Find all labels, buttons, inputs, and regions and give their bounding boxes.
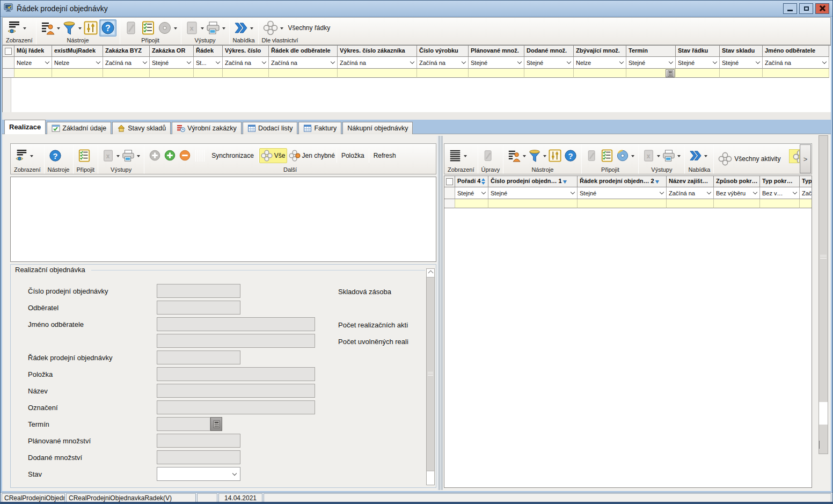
dropdown-arrow-icon[interactable] bbox=[543, 155, 546, 159]
activities-grid-filter-dropdown[interactable]: Bez v… bbox=[760, 187, 800, 199]
top-grid-filter-dropdown[interactable]: Začíná na bbox=[223, 57, 269, 69]
dropdown-arrow-icon[interactable] bbox=[57, 27, 60, 31]
top-grid-column-header[interactable]: Jméno odběratele bbox=[763, 46, 829, 57]
grid-body-empty[interactable] bbox=[3, 78, 831, 112]
top-grid-column-header[interactable]: Řádek dle odběratele bbox=[269, 46, 338, 57]
settings-button[interactable] bbox=[83, 20, 99, 36]
all-activities-button[interactable]: Všechny aktivity bbox=[717, 151, 781, 167]
menu-button[interactable] bbox=[688, 148, 703, 163]
dropdown-arrow-icon[interactable] bbox=[201, 27, 204, 31]
tab-realizace[interactable]: Realizace bbox=[4, 120, 46, 134]
top-grid-filter-input[interactable] bbox=[103, 69, 150, 78]
customer-field[interactable] bbox=[157, 301, 240, 315]
activities-grid-filter-input[interactable] bbox=[667, 199, 714, 208]
tab-vyrobni-zakazky[interactable]: Výrobní zakázky bbox=[172, 122, 242, 134]
top-grid-filter-input[interactable] bbox=[269, 69, 338, 78]
panel-splitter[interactable] bbox=[437, 136, 443, 490]
activities-grid-filter-input[interactable] bbox=[488, 199, 578, 208]
activities-grid-column-header[interactable]: Způsob pokr… bbox=[714, 176, 760, 187]
top-grid-filter-input[interactable] bbox=[720, 69, 763, 78]
activities-grid-filter-dropdown[interactable]: Začíná na bbox=[667, 187, 714, 199]
tab-stavy-skladu[interactable]: Stavy skladů bbox=[112, 122, 171, 134]
checklist-button[interactable] bbox=[77, 148, 92, 163]
top-grid-column-header[interactable]: Stav skladu bbox=[720, 46, 763, 57]
activities-grid-corner[interactable] bbox=[444, 176, 455, 187]
print-button[interactable] bbox=[121, 148, 136, 163]
top-grid-filter-dropdown[interactable]: Stejné bbox=[150, 57, 194, 69]
top-grid-column-header[interactable]: Termín bbox=[626, 46, 676, 57]
dropdown-arrow-icon[interactable] bbox=[137, 155, 140, 159]
activities-grid-filter-input[interactable] bbox=[714, 199, 760, 208]
dropdown-arrow-icon[interactable] bbox=[631, 155, 634, 159]
dropdown-arrow-icon[interactable] bbox=[464, 155, 467, 159]
dropdown-arrow-icon[interactable] bbox=[280, 27, 283, 31]
all-filter-button[interactable]: Vše bbox=[259, 148, 287, 163]
customer-name-field-2[interactable] bbox=[157, 334, 315, 348]
item-button[interactable]: Položka bbox=[338, 152, 368, 159]
top-grid-column-header[interactable]: Zakázka BYZ bbox=[103, 46, 150, 57]
top-grid-filter-dropdown[interactable]: Nelze bbox=[14, 57, 52, 69]
date-picker-button[interactable] bbox=[666, 69, 675, 77]
activities-grid-filter-input[interactable] bbox=[760, 199, 800, 208]
top-grid-filter-dropdown[interactable]: Začíná na bbox=[269, 57, 338, 69]
top-grid-filter-dropdown[interactable]: Nelze bbox=[574, 57, 626, 69]
disc-button[interactable] bbox=[615, 148, 630, 163]
select-all-checkbox[interactable] bbox=[446, 178, 453, 185]
filter-button[interactable] bbox=[527, 148, 542, 163]
top-grid-column-header[interactable]: Plánované množ. bbox=[469, 46, 524, 57]
top-grid-filter-input[interactable] bbox=[574, 69, 626, 78]
groupbox-scrollbar[interactable] bbox=[426, 268, 435, 485]
tab-nakupni-objednavky[interactable]: Nákupní objednávky bbox=[342, 122, 413, 134]
grid-body-empty[interactable] bbox=[444, 208, 812, 487]
maximize-button[interactable] bbox=[799, 3, 813, 14]
top-grid-filter-input[interactable] bbox=[150, 69, 194, 78]
top-grid-filter-input[interactable] bbox=[194, 69, 223, 78]
export-button-disabled[interactable]: x bbox=[642, 148, 656, 163]
deadline-field[interactable] bbox=[157, 417, 210, 431]
checklist-button[interactable] bbox=[600, 148, 615, 163]
top-grid-filter-dropdown[interactable]: Stejné bbox=[469, 57, 524, 69]
top-grid-filter-dropdown[interactable]: Stejné bbox=[626, 57, 676, 69]
top-grid-filter-input[interactable] bbox=[338, 69, 417, 78]
tab-zakladni-udaje[interactable]: Základní údaje bbox=[47, 122, 111, 134]
planned-quantity-field[interactable] bbox=[157, 434, 240, 448]
dropdown-arrow-icon[interactable] bbox=[23, 27, 26, 31]
activities-grid-filter-input[interactable] bbox=[578, 199, 667, 208]
dropdown-arrow-icon[interactable] bbox=[704, 155, 707, 159]
add-button-disabled[interactable] bbox=[148, 148, 162, 163]
activities-grid-filter-input[interactable] bbox=[455, 199, 488, 208]
scroll-down-button[interactable] bbox=[819, 441, 828, 448]
view-button[interactable] bbox=[6, 20, 22, 36]
top-grid-filter-dropdown[interactable]: Stejné bbox=[720, 57, 763, 69]
top-grid-filter-input[interactable] bbox=[763, 69, 829, 78]
top-grid-column-header[interactable]: Zbývající množ. bbox=[574, 46, 626, 57]
top-grid-filter-dropdown[interactable]: Stejné bbox=[676, 57, 720, 69]
designation-field[interactable] bbox=[157, 400, 315, 414]
toolbar-overflow-button[interactable]: > bbox=[800, 144, 811, 173]
activities-grid-filter-dropdown[interactable]: Zač bbox=[800, 187, 812, 199]
edit-button-disabled[interactable] bbox=[481, 148, 495, 163]
top-grid-filter-dropdown[interactable]: Nelze bbox=[52, 57, 103, 69]
top-grid-filter-input[interactable] bbox=[676, 69, 720, 78]
minimize-button[interactable] bbox=[783, 3, 797, 14]
view-button[interactable] bbox=[448, 148, 463, 163]
view-button[interactable] bbox=[14, 148, 29, 163]
refresh-button[interactable]: Refresh bbox=[370, 152, 400, 159]
top-grid-filter-input[interactable] bbox=[223, 69, 269, 78]
top-grid-filter-input[interactable] bbox=[52, 69, 103, 78]
dropdown-arrow-icon[interactable] bbox=[222, 27, 225, 31]
top-grid-corner[interactable] bbox=[3, 46, 14, 57]
disc-button-disabled[interactable] bbox=[157, 20, 173, 36]
name-field[interactable] bbox=[157, 384, 315, 398]
dropdown-arrow-icon[interactable] bbox=[250, 27, 253, 31]
dropdown-arrow-icon[interactable] bbox=[30, 155, 33, 159]
dropdown-arrow-icon[interactable] bbox=[677, 155, 681, 159]
settings-button[interactable] bbox=[547, 148, 562, 163]
close-button[interactable] bbox=[815, 3, 829, 14]
collapsed-buttons[interactable] bbox=[193, 150, 207, 162]
tab-dodaci-listy[interactable]: Dodací listy bbox=[243, 122, 298, 134]
export-button-disabled[interactable]: x bbox=[101, 148, 115, 163]
attach-note-button-disabled[interactable] bbox=[585, 148, 599, 163]
top-grid-column-header[interactable]: Číslo výrobku bbox=[417, 46, 469, 57]
status-select[interactable] bbox=[157, 467, 240, 481]
